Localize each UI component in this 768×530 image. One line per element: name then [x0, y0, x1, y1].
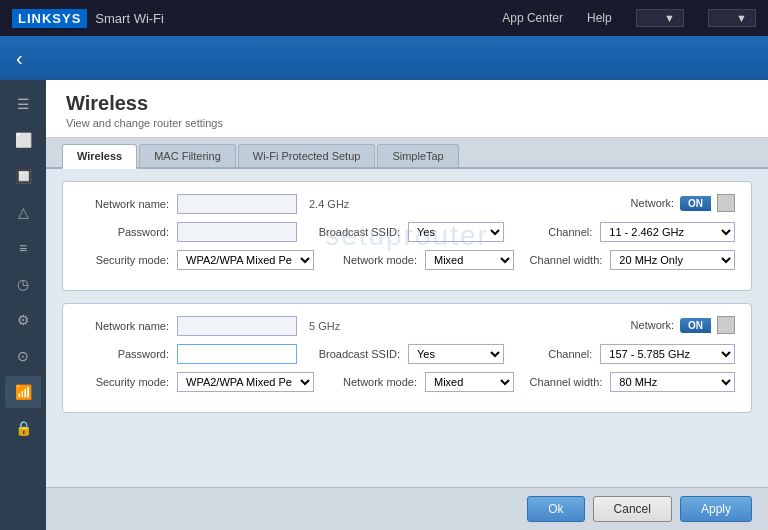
sidebar-icon-wireless[interactable]: 📶: [5, 376, 41, 408]
chanwidth-label-24: Channel width:: [522, 254, 602, 266]
sidebar-icon-time[interactable]: ◷: [5, 268, 41, 300]
toggle-slider-5[interactable]: [717, 316, 735, 334]
broadcast-label-24: Broadcast SSID:: [305, 226, 400, 238]
toggle-slider-24[interactable]: [717, 194, 735, 212]
page-title: Wireless: [66, 92, 748, 115]
cancel-button[interactable]: Cancel: [593, 496, 672, 522]
security-label-24: Security mode:: [79, 254, 169, 266]
broadcast-label-5: Broadcast SSID:: [305, 348, 400, 360]
network-name-input-5[interactable]: [177, 316, 297, 336]
sidebar-icon-lock[interactable]: 🔒: [5, 412, 41, 444]
netmode-label-24: Network mode:: [322, 254, 417, 266]
form-row-security-5: Security mode: WPA2/WPA Mixed Pe WPA2 Pe…: [79, 372, 735, 392]
network-name-input-24[interactable]: [177, 194, 297, 214]
freq-label-24: 2.4 GHz: [309, 198, 349, 210]
sidebar-icon-logs[interactable]: ≡: [5, 232, 41, 264]
freq-label-5: 5 GHz: [309, 320, 340, 332]
apply-button[interactable]: Apply: [680, 496, 752, 522]
netmode-select-24[interactable]: Mixed N-Only B/G-Only: [425, 250, 514, 270]
ok-button[interactable]: Ok: [527, 496, 584, 522]
accent-bar: ‹: [0, 36, 768, 80]
logo-text: Smart Wi-Fi: [95, 11, 164, 26]
tabs-bar: Wireless MAC Filtering Wi-Fi Protected S…: [46, 138, 768, 169]
dropdown2-icon: ▼: [736, 12, 747, 24]
nav-app-center[interactable]: App Center: [502, 11, 563, 25]
network-section-24: setuprouter Network: ON Network name: 2.…: [62, 181, 752, 291]
password-input-24[interactable]: [177, 222, 297, 242]
top-bar: LINKSYS Smart Wi-Fi App Center Help ▼ ▼: [0, 0, 768, 36]
dropdown1-icon: ▼: [664, 12, 675, 24]
back-button[interactable]: ‹: [16, 47, 23, 70]
password-input-5[interactable]: [177, 344, 297, 364]
chanwidth-label-5: Channel width:: [522, 376, 602, 388]
lang-dropdown[interactable]: ▼: [708, 9, 756, 27]
toggle-on-5[interactable]: ON: [680, 318, 711, 333]
network-name-label-5: Network name:: [79, 320, 169, 332]
network-label-5: Network:: [631, 319, 674, 331]
netmode-select-5[interactable]: Mixed N-Only: [425, 372, 514, 392]
network-toggle-24: Network: ON: [631, 194, 735, 212]
user-dropdown[interactable]: ▼: [636, 9, 684, 27]
netmode-label-5: Network mode:: [322, 376, 417, 388]
page-subtitle: View and change router settings: [66, 117, 748, 129]
logo-linksys: LINKSYS: [12, 9, 87, 28]
bottom-bar: Ok Cancel Apply: [46, 487, 768, 530]
top-nav: App Center Help ▼ ▼: [502, 9, 756, 27]
broadcast-select-5[interactable]: Yes No: [408, 344, 504, 364]
form-row-pass-24: Password: Broadcast SSID: Yes No Channel…: [79, 222, 735, 242]
chanwidth-select-5[interactable]: 80 MHz 40 MHz 20 MHz Only: [610, 372, 735, 392]
security-select-24[interactable]: WPA2/WPA Mixed Pe WPA2 Personal WPA Pers…: [177, 250, 314, 270]
form-row-pass-5: Password: Broadcast SSID: Yes No Channel…: [79, 344, 735, 364]
tab-simpletap[interactable]: SimpleTap: [377, 144, 458, 167]
password-label-5: Password:: [79, 348, 169, 360]
network-name-label-24: Network name:: [79, 198, 169, 210]
security-select-5[interactable]: WPA2/WPA Mixed Pe WPA2 Personal: [177, 372, 314, 392]
logo-area: LINKSYS Smart Wi-Fi: [12, 9, 164, 28]
channel-label-24: Channel:: [512, 226, 592, 238]
sidebar-icon-dashboard[interactable]: ⬜: [5, 124, 41, 156]
sidebar-icon-alerts[interactable]: △: [5, 196, 41, 228]
page-header: Show widget on the homepage Wireless Vie…: [46, 80, 768, 138]
chanwidth-select-24[interactable]: 20 MHz Only Auto (20/40 MHz): [610, 250, 735, 270]
sidebar-icon-settings[interactable]: ⚙: [5, 304, 41, 336]
sidebar-icon-camera[interactable]: ⊙: [5, 340, 41, 372]
nav-help[interactable]: Help: [587, 11, 612, 25]
channel-select-24[interactable]: 11 - 2.462 GHz 1 - 2.412 GHz 6 - 2.437 G…: [600, 222, 735, 242]
network-toggle-5: Network: ON: [631, 316, 735, 334]
password-label-24: Password:: [79, 226, 169, 238]
network-label-24: Network:: [631, 197, 674, 209]
channel-label-5: Channel:: [512, 348, 592, 360]
content-area: Show widget on the homepage Wireless Vie…: [46, 80, 768, 530]
network-section-5: Network: ON Network name: 5 GHz Password…: [62, 303, 752, 413]
sidebar: ☰ ⬜ 🔲 △ ≡ ◷ ⚙ ⊙ 📶 🔒: [0, 80, 46, 530]
security-label-5: Security mode:: [79, 376, 169, 388]
tab-mac-filtering[interactable]: MAC Filtering: [139, 144, 236, 167]
form-row-security-24: Security mode: WPA2/WPA Mixed Pe WPA2 Pe…: [79, 250, 735, 270]
sidebar-icon-menu[interactable]: ☰: [5, 88, 41, 120]
tab-wireless[interactable]: Wireless: [62, 144, 137, 169]
broadcast-select-24[interactable]: Yes No: [408, 222, 504, 242]
toggle-on-24[interactable]: ON: [680, 196, 711, 211]
channel-select-5[interactable]: 157 - 5.785 GHz 36 - 5.180 GHz 149 - 5.7…: [600, 344, 735, 364]
main-layout: ☰ ⬜ 🔲 △ ≡ ◷ ⚙ ⊙ 📶 🔒 Show widget on the h…: [0, 80, 768, 530]
tab-wps[interactable]: Wi-Fi Protected Setup: [238, 144, 376, 167]
content-scroll: setuprouter Network: ON Network name: 2.…: [46, 169, 768, 487]
sidebar-icon-security[interactable]: 🔲: [5, 160, 41, 192]
